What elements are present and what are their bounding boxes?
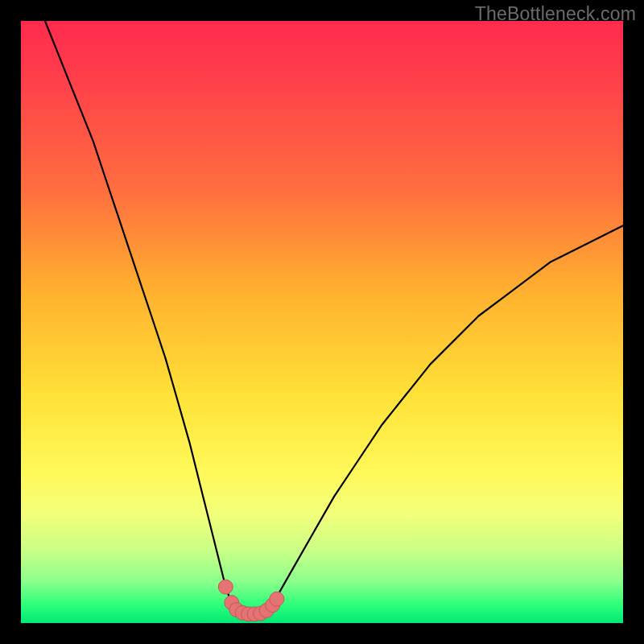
highlight-marker xyxy=(270,592,284,606)
bottleneck-curve-path xyxy=(45,21,623,614)
highlight-markers xyxy=(218,580,284,621)
bottleneck-curve-svg xyxy=(21,21,623,623)
highlight-marker xyxy=(218,580,233,594)
chart-plot-area xyxy=(21,21,623,623)
watermark-text: TheBottleneck.com xyxy=(475,3,636,25)
